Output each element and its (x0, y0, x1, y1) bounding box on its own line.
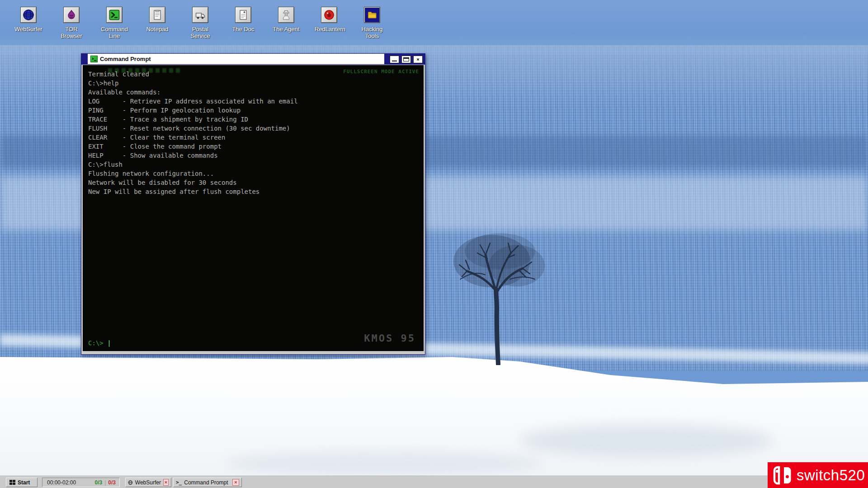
icon-label: Command Line (100, 26, 129, 39)
folder-icon (366, 9, 378, 21)
icon-label: Postal Service (186, 26, 215, 39)
taskbar: Start 00:00-02:00 0/3 | 0/3 WebSurfer × … (0, 476, 868, 488)
counter-separator: | (104, 479, 106, 486)
terminal-line: FLUSH - Reset network connection (30 sec… (88, 124, 418, 133)
globe-icon (23, 9, 34, 21)
icon-label: TOR Browser (57, 26, 86, 39)
terminal-line: C:\>help (88, 79, 418, 88)
maximize-button[interactable] (401, 56, 411, 63)
terminal-line: CLEAR - Clear the terminal screen (88, 133, 418, 142)
desktop-icon-hacking-tools[interactable]: Hacking Tools (351, 7, 393, 39)
terminal-line: C:\>flush (88, 160, 418, 169)
close-taskbar-item-button[interactable]: × (232, 479, 239, 486)
terminal-line: LOG - Retrieve IP address associated wit… (88, 97, 418, 106)
snow-shading (520, 425, 773, 456)
counter-green: 0/3 (95, 479, 103, 486)
terminal-line: PING - Perform IP geolocation lookup (88, 106, 418, 115)
icon-label: The Doc (229, 26, 258, 33)
document-icon (237, 9, 249, 21)
windows-flag-icon (9, 480, 15, 485)
terminal-line: Terminal cleared (88, 70, 418, 79)
desktop-icon-the-doc[interactable]: The Doc (222, 7, 264, 33)
start-button[interactable]: Start (6, 478, 38, 487)
desktop-icon-tor-browser[interactable]: TOR Browser (50, 7, 93, 39)
desktop-icon-the-agent[interactable]: The Agent (265, 7, 307, 33)
desktop-icon-command-line[interactable]: Command Line (93, 7, 136, 39)
close-button[interactable]: × (413, 56, 423, 63)
taskbar-item-label: WebSurfer (135, 479, 161, 486)
text-cursor: | (107, 339, 111, 347)
badge-text: switch520 (797, 467, 865, 484)
taskbar-item-command-prompt[interactable]: >_ Command Prompt × (173, 478, 242, 487)
close-taskbar-item-button[interactable]: × (163, 479, 169, 486)
terminal-line: New IP will be assigned after flush comp… (88, 187, 418, 196)
taskbar-item-label: Command Prompt (184, 479, 228, 486)
terminal-screen[interactable]: FULLSCREEN MODE ACTIVE Terminal clearedC… (83, 65, 424, 351)
lantern-icon (323, 9, 335, 21)
terminal-line: Available commands: (88, 88, 418, 97)
lone-tree (442, 211, 556, 365)
os-watermark: KMOS 95 (364, 333, 415, 344)
window-controls: × (384, 54, 425, 65)
terminal-line: TRACE - Trace a shipment by tracking ID (88, 115, 418, 124)
terminal-icon: >_ (176, 479, 182, 485)
desktop-icon-notepad[interactable]: Notepad (136, 7, 179, 33)
taskbar-item-websurfer[interactable]: WebSurfer × (125, 478, 171, 487)
minimize-button[interactable] (390, 56, 399, 63)
icon-label: Notepad (143, 26, 172, 33)
command-prompt-window: Command Prompt × FULLSCREEN MODE ACTIVE … (81, 53, 425, 355)
prompt-text: C:\> (88, 339, 104, 347)
globe-icon (128, 479, 133, 486)
window-title: Command Prompt (100, 56, 151, 62)
time-range: 00:00-02:00 (47, 479, 76, 486)
command-prompt-line[interactable]: C:\> | (88, 339, 111, 347)
onion-icon (66, 9, 77, 21)
switch-logo-icon (773, 466, 793, 485)
desktop-icon-redlantern[interactable]: RedLantern (308, 7, 350, 33)
counter-red: 0/3 (108, 479, 116, 486)
agent-icon (280, 9, 292, 21)
desktop-icon-postal-service[interactable]: Postal Service (179, 7, 222, 39)
objective-counters: 0/3 | 0/3 (95, 479, 116, 486)
icon-label: Hacking Tools (358, 26, 387, 39)
terminal-line: HELP - Show available commands (88, 151, 418, 160)
icon-label: The Agent (272, 26, 301, 33)
icon-label: RedLantern (315, 26, 344, 33)
terminal-line: Network will be disabled for 30 seconds (88, 178, 418, 187)
desktop-icon-websurfer[interactable]: WebSurfer (7, 7, 50, 33)
terminal-line: EXIT - Close the command prompt (88, 142, 418, 151)
snow-shading (226, 452, 542, 474)
truck-icon (194, 9, 206, 21)
titlebar-accent (81, 54, 88, 65)
desktop: WebSurfer TOR Browser Command Line Notep… (0, 0, 868, 488)
start-label: Start (18, 479, 30, 486)
window-titlebar[interactable]: Command Prompt × (81, 54, 425, 65)
switch520-badge: switch520 (768, 462, 868, 488)
taskbar-status-panel: 00:00-02:00 0/3 | 0/3 (42, 478, 120, 487)
terminal-window-icon (90, 56, 98, 62)
terminal-line: Flushing network configuration... (88, 169, 418, 178)
terminal-icon (108, 9, 120, 21)
notepad-icon (151, 9, 163, 21)
terminal-output: Terminal clearedC:\>helpAvailable comman… (88, 70, 418, 196)
icon-label: WebSurfer (14, 26, 43, 33)
